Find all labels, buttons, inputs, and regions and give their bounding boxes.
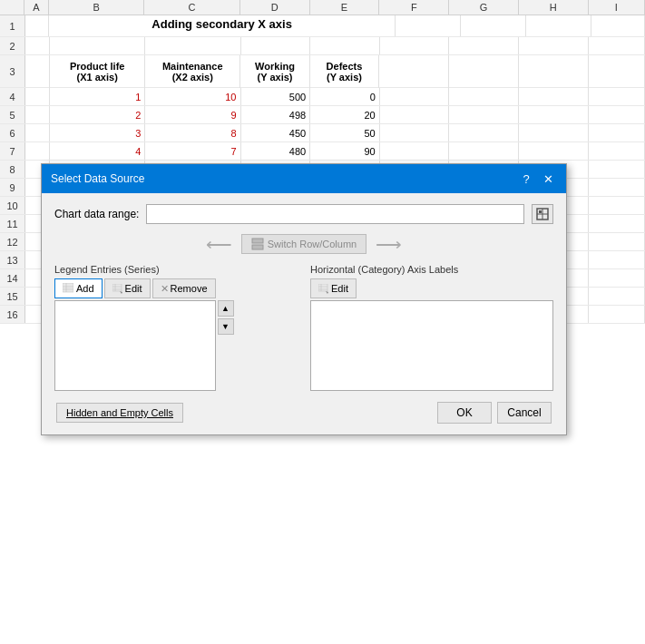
add-series-button[interactable]: Add [54, 278, 103, 298]
add-series-icon [63, 283, 73, 294]
two-panels: Legend Entries (Series) Ad [54, 264, 553, 391]
dialog-help-button[interactable]: ? [517, 170, 535, 188]
legend-entries-panel: Legend Entries (Series) Ad [54, 264, 298, 391]
col-e-header-label: Defects (Y axis) [310, 55, 379, 88]
dialog-footer: Hidden and Empty Cells OK Cancel [54, 402, 553, 424]
col-c-header: C [144, 0, 240, 15]
edit-series-icon [112, 284, 122, 294]
dialog-body: Chart data range: ⟵ Switch Row/Column [42, 193, 566, 434]
svg-rect-5 [252, 245, 263, 249]
ok-button[interactable]: OK [437, 402, 492, 424]
dialog-title: Select Data Source [51, 172, 144, 185]
table-row: 5 2 9 498 20 [0, 106, 645, 124]
row-2: 2 [0, 37, 645, 55]
hidden-empty-cells-button[interactable]: Hidden and Empty Cells [56, 403, 183, 423]
spreadsheet-title: Adding secondary X axis [49, 15, 396, 36]
range-picker-button[interactable] [532, 204, 553, 224]
col-a-header: A [24, 0, 49, 15]
chart-range-input[interactable] [146, 204, 524, 224]
h-axis-labels-list[interactable] [310, 300, 553, 391]
move-up-button[interactable]: ▲ [218, 300, 234, 317]
table-row: 6 3 8 450 50 [0, 124, 645, 142]
svg-rect-14 [318, 284, 327, 291]
range-picker-icon [536, 208, 549, 220]
table-row: 7 4 7 480 90 [0, 142, 645, 161]
edit-h-axis-icon [318, 284, 328, 294]
switch-row-column-button[interactable]: Switch Row/Column [241, 234, 366, 254]
footer-buttons: OK Cancel [437, 402, 552, 424]
series-order-buttons: ▲ ▼ [218, 300, 234, 335]
col-b-header: B [49, 0, 145, 15]
svg-rect-4 [252, 239, 263, 243]
chart-range-row: Chart data range: [54, 204, 553, 224]
legend-entries-label: Legend Entries (Series) [54, 264, 298, 275]
row-3: 3 Product life (X1 axis) Maintenance (X2… [0, 55, 645, 88]
right-arrow-icon: ⟶ [376, 233, 402, 255]
col-d-header-label: Working (Y axis) [240, 55, 309, 88]
switch-icon [251, 238, 264, 250]
horizontal-axis-label: Horizontal (Category) Axis Labels [310, 264, 553, 275]
svg-rect-10 [112, 284, 122, 291]
col-i-header: I [589, 0, 645, 15]
edit-series-button[interactable]: Edit [104, 278, 151, 298]
chart-range-label: Chart data range: [54, 208, 139, 220]
cancel-button[interactable]: Cancel [497, 402, 552, 424]
switch-row: ⟵ Switch Row/Column ⟶ [54, 233, 553, 255]
table-row: 4 1 10 500 0 [0, 88, 645, 106]
col-d-header: D [240, 0, 310, 15]
h-axis-toolbar: Edit [310, 278, 553, 298]
select-data-source-dialog: Select Data Source ? ✕ Chart data range:… [41, 163, 567, 435]
edit-h-axis-button[interactable]: Edit [310, 278, 357, 298]
left-arrow-icon: ⟵ [206, 233, 232, 255]
col-f-header: F [379, 0, 449, 15]
move-down-button[interactable]: ▼ [218, 318, 234, 335]
col-c-header-label: Maintenance (X2 axis) [145, 55, 240, 88]
col-headers: A B C D E F G H I [0, 0, 645, 15]
dialog-titlebar: Select Data Source ? ✕ [42, 164, 566, 193]
col-b-header-label: Product life (X1 axis) [50, 55, 145, 88]
svg-rect-6 [63, 283, 73, 292]
svg-rect-1 [539, 210, 542, 213]
legend-toolbar: Add Edit [54, 278, 216, 298]
col-e-header: E [310, 0, 380, 15]
remove-series-button[interactable]: ✕ Remove [152, 278, 216, 298]
col-h-header: H [519, 0, 589, 15]
dialog-title-buttons: ? ✕ [517, 170, 557, 188]
row-num-header [0, 0, 24, 15]
remove-x-icon: ✕ [161, 283, 169, 295]
horizontal-axis-panel: Horizontal (Category) Axis Labels Edit [310, 264, 553, 391]
dialog-close-button[interactable]: ✕ [539, 170, 557, 188]
row-1: 1 Adding secondary X axis [0, 15, 645, 37]
col-g-header: G [449, 0, 519, 15]
legend-entries-list[interactable] [54, 300, 216, 391]
